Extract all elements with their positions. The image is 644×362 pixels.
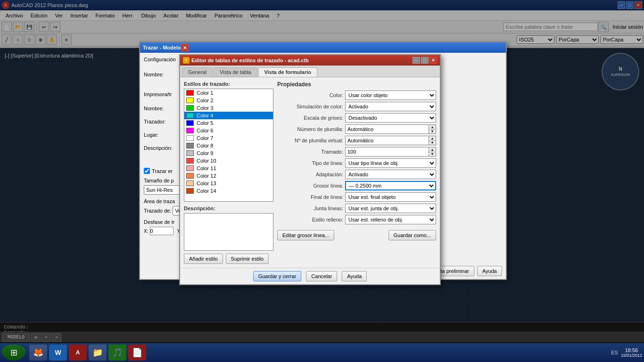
spin-down-num[interactable]: ▼ [429, 130, 436, 134]
prop-row-tramado: Tramado: 100 ▲ ▼ [277, 147, 436, 156]
taskbar-lang: ES [611, 350, 618, 355]
trazar-checkbox[interactable] [144, 168, 150, 174]
trazado-de-label: Trazado de: [144, 208, 171, 214]
config-label: Configuración [144, 57, 176, 62]
style-item-color3[interactable]: Color 3 [184, 104, 273, 112]
prop-row-junta: Junta líneas: Usar est. junta de obj. [277, 204, 436, 213]
prop-row-escala: Escala de grises: Desactivado [277, 113, 436, 123]
prop-row-grosor: Grosor línea: — 0.2500 mm [277, 181, 436, 190]
prop-row-color: Color: Usar color objeto [277, 90, 436, 100]
tamano-label: Tamaño de p [144, 178, 174, 183]
label-color9: Color 9 [197, 150, 213, 156]
prop-tramado-input[interactable]: 100 [345, 147, 429, 156]
prop-numv-spinbtns: ▲ ▼ [429, 136, 436, 145]
label-color8: Color 8 [197, 143, 213, 148]
description-area: Descripción: [184, 206, 273, 251]
style-item-color5[interactable]: Color 5 [184, 119, 273, 127]
delete-style-btn[interactable]: Suprimir estilo [226, 254, 269, 264]
ayuda-editor-btn[interactable]: Ayuda [342, 271, 367, 281]
tab-vista-formulario[interactable]: Vista de formulario [258, 67, 317, 77]
guardar-cerrar-btn[interactable]: Guardar y cerrar [253, 271, 302, 281]
styles-list-label: Estilos de trazado: [184, 81, 273, 87]
prop-estilo-select[interactable]: Usar est. relleno de obj. [345, 215, 436, 224]
dialog-trazar-close[interactable]: ✕ [181, 44, 189, 51]
style-item-color1[interactable]: Color 1 [184, 89, 273, 97]
prop-sim-label: Simulación de color: [277, 104, 343, 109]
swatch-color3 [186, 105, 194, 111]
prop-color-select[interactable]: Usar color objeto [345, 90, 436, 100]
swatch-color14 [186, 188, 194, 194]
spin-up-tramado[interactable]: ▲ [429, 148, 436, 152]
properties-heading: Propiedades [277, 81, 436, 88]
taskbar-clock: 18:56 15/01/2012 [621, 347, 642, 358]
taskbar-app-autocad[interactable]: A [69, 345, 87, 361]
edit-grosor-btn[interactable]: Editar grosor línea... [277, 230, 334, 240]
prop-escala-select[interactable]: Desactivado [345, 113, 436, 123]
add-style-btn[interactable]: Añadir estilo [184, 254, 223, 264]
prop-tipo-select[interactable]: Usar tipo línea de obj. [345, 158, 436, 168]
ayuda-outer-btn[interactable]: Ayuda [477, 266, 502, 276]
guardar-como-btn[interactable]: Guardar como... [388, 230, 436, 240]
cancelar-btn[interactable]: Cancelar [306, 271, 337, 281]
styles-list[interactable]: Color 1 Color 2 Color 3 Color 4 [184, 89, 273, 202]
taskbar-app-explorer[interactable]: 📁 [89, 345, 107, 361]
prop-grosor-select[interactable]: — 0.2500 mm [345, 181, 436, 190]
editor-minimize[interactable]: ─ [413, 57, 420, 64]
description-label: Descripción: [184, 206, 273, 211]
style-item-color9[interactable]: Color 9 [184, 149, 273, 157]
prop-tramado-spin: 100 ▲ ▼ [345, 147, 436, 156]
prop-numv-input[interactable] [345, 136, 429, 145]
dialog-editor-title: Editor de tablas de estilos de trazado -… [191, 58, 309, 63]
style-item-color7[interactable]: Color 7 [184, 134, 273, 142]
style-item-color11[interactable]: Color 11 [184, 165, 273, 172]
swatch-color7 [186, 135, 194, 141]
style-item-color2[interactable]: Color 2 [184, 97, 273, 104]
taskbar-app-spotify[interactable]: 🎵 [108, 345, 126, 361]
start-button[interactable]: ⊞ [2, 345, 25, 361]
prop-sim-select[interactable]: Activado [345, 102, 436, 111]
prop-tramado-spinbtns: ▲ ▼ [429, 147, 436, 156]
swatch-color9 [186, 150, 194, 156]
tab-vista-tabla[interactable]: Vista de tabla [214, 67, 257, 77]
editor-close[interactable]: ✕ [429, 57, 437, 64]
style-item-color14[interactable]: Color 14 [184, 187, 273, 195]
swatch-color8 [186, 143, 194, 148]
editor-restore[interactable]: □ [421, 57, 429, 64]
prop-tramado-label: Tramado: [277, 149, 343, 155]
taskbar-app-acrobat[interactable]: 📄 [128, 345, 146, 361]
prop-adapt-select[interactable]: Activado [345, 170, 436, 179]
prop-final-select[interactable]: Usar est. final objeto [345, 192, 436, 202]
swatch-color13 [186, 181, 194, 186]
spin-up-numv[interactable]: ▲ [429, 136, 436, 141]
dialog-editor-content: Estilos de trazado: Color 1 Color 2 Colo… [180, 77, 440, 268]
prop-num-spinbtns: ▲ ▼ [429, 124, 436, 134]
prop-row-adapt: Adaptación: Activado [277, 170, 436, 179]
spin-down-numv[interactable]: ▼ [429, 141, 436, 145]
taskbar-app-word[interactable]: W [49, 345, 67, 361]
dialog-editor: T Editor de tablas de estilos de trazado… [179, 54, 441, 285]
style-item-color4[interactable]: Color 4 [184, 112, 273, 119]
swatch-color1 [186, 90, 194, 96]
spin-up-num[interactable]: ▲ [429, 125, 436, 130]
swatch-color10 [186, 158, 194, 164]
prop-num-input[interactable] [345, 124, 429, 134]
prop-numv-spin: ▲ ▼ [345, 136, 436, 145]
prop-junta-select[interactable]: Usar est. junta de obj. [345, 204, 436, 213]
style-item-color10[interactable]: Color 10 [184, 157, 273, 165]
description-scrollbox[interactable] [184, 213, 273, 251]
taskbar-app-browser[interactable]: 🦊 [29, 345, 47, 361]
prop-adapt-label: Adaptación: [277, 172, 343, 177]
label-color13: Color 13 [197, 181, 216, 186]
spin-down-tramado[interactable]: ▼ [429, 152, 436, 156]
tab-general[interactable]: General [182, 67, 213, 77]
style-item-color12[interactable]: Color 12 [184, 172, 273, 180]
prop-junta-label: Junta líneas: [277, 206, 343, 211]
x-label: X: [144, 229, 148, 234]
style-item-color13[interactable]: Color 13 [184, 180, 273, 187]
style-item-color8[interactable]: Color 8 [184, 142, 273, 149]
styles-panel: Estilos de trazado: Color 1 Color 2 Colo… [184, 81, 273, 264]
label-color12: Color 12 [197, 173, 216, 179]
style-item-color6[interactable]: Color 6 [184, 127, 273, 134]
label-color3: Color 3 [197, 105, 213, 111]
x-input[interactable] [150, 227, 173, 235]
